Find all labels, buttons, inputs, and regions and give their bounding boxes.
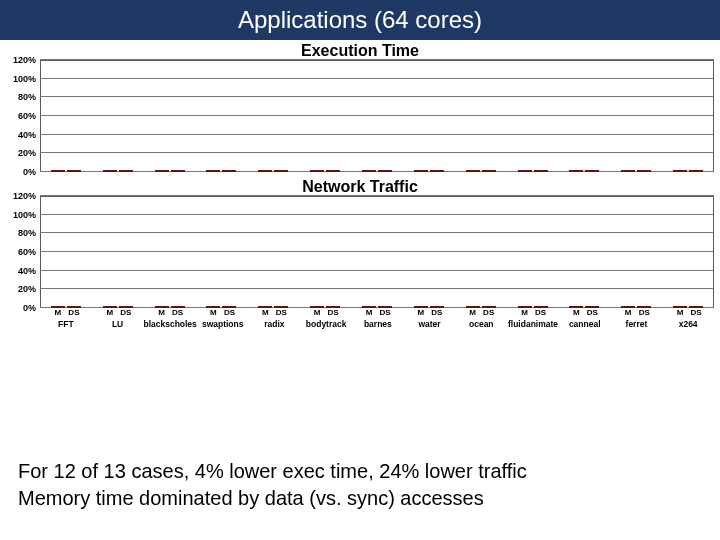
bar-m: [569, 306, 583, 308]
bar-group: [507, 306, 559, 308]
app-label: ocean: [455, 319, 507, 329]
x-label-ds: DS: [637, 308, 651, 317]
bar-ds: [171, 170, 185, 172]
chart1-plot: 0%20%40%60%80%100%120%: [40, 60, 714, 172]
x-label-pair: MDS: [196, 308, 248, 317]
bar-m: [362, 170, 376, 172]
x-label-ds: DS: [119, 308, 133, 317]
bar-m: [51, 170, 65, 172]
x-label-pair: MDS: [299, 308, 351, 317]
app-label: fluidanimate: [507, 319, 559, 329]
x-label-m: M: [206, 308, 220, 317]
bar-ds: [67, 306, 81, 308]
app-label: x264: [662, 319, 714, 329]
bar-ds: [689, 306, 703, 308]
bar-m: [673, 306, 687, 308]
y-tick-label: 0%: [23, 303, 36, 313]
bar-m: [51, 306, 65, 308]
bullet-2: Memory time dominated by data (vs. sync)…: [18, 485, 527, 512]
bar-group: [40, 170, 92, 172]
bar-group: [92, 306, 144, 308]
bar-m: [103, 170, 117, 172]
x-label-ds: DS: [585, 308, 599, 317]
x-axis-series-labels: MDSMDSMDSMDSMDSMDSMDSMDSMDSMDSMDSMDSMDS: [40, 308, 714, 317]
app-label: LU: [92, 319, 144, 329]
y-tick-label: 60%: [18, 111, 36, 121]
x-label-pair: MDS: [662, 308, 714, 317]
bar-m: [206, 306, 220, 308]
x-label-m: M: [155, 308, 169, 317]
x-label-m: M: [51, 308, 65, 317]
bar-ds: [222, 170, 236, 172]
bar-m: [206, 170, 220, 172]
x-label-ds: DS: [689, 308, 703, 317]
bar-m: [518, 306, 532, 308]
bar-ds: [274, 306, 288, 308]
bar-m: [310, 170, 324, 172]
y-tick-label: 120%: [13, 191, 36, 201]
x-label-m: M: [518, 308, 532, 317]
y-tick-label: 80%: [18, 228, 36, 238]
bar-m: [310, 306, 324, 308]
bar-group: [558, 306, 610, 308]
bar-ds: [534, 170, 548, 172]
bar-group: [247, 170, 299, 172]
y-tick-label: 40%: [18, 130, 36, 140]
slide-title: Applications (64 cores): [0, 0, 720, 40]
x-label-pair: MDS: [247, 308, 299, 317]
x-label-ds: DS: [534, 308, 548, 317]
x-label-ds: DS: [378, 308, 392, 317]
y-tick-label: 20%: [18, 148, 36, 158]
bar-group: [299, 306, 351, 308]
bar-group: [558, 170, 610, 172]
bar-ds: [430, 306, 444, 308]
bar-group: [351, 170, 403, 172]
app-label: ferret: [611, 319, 663, 329]
bar-group: [610, 170, 662, 172]
bar-group: [403, 170, 455, 172]
bar-ds: [326, 170, 340, 172]
bar-ds: [482, 170, 496, 172]
bar-group: [610, 306, 662, 308]
y-tick-label: 20%: [18, 284, 36, 294]
bar-group: [507, 170, 559, 172]
bar-ds: [119, 306, 133, 308]
x-label-m: M: [569, 308, 583, 317]
x-label-ds: DS: [326, 308, 340, 317]
bar-group: [662, 170, 714, 172]
bar-group: [144, 170, 196, 172]
x-label-m: M: [362, 308, 376, 317]
bar-ds: [378, 306, 392, 308]
bar-m: [621, 306, 635, 308]
bar-ds: [67, 170, 81, 172]
bar-ds: [274, 170, 288, 172]
bar-group: [455, 306, 507, 308]
bar-ds: [482, 306, 496, 308]
app-label: bodytrack: [300, 319, 352, 329]
bar-m: [621, 170, 635, 172]
bar-group: [299, 170, 351, 172]
y-tick-label: 120%: [13, 55, 36, 65]
chart1-title: Execution Time: [6, 42, 714, 60]
x-label-m: M: [103, 308, 117, 317]
app-label: blackscholes: [143, 319, 196, 329]
x-label-ds: DS: [482, 308, 496, 317]
x-label-pair: MDS: [455, 308, 507, 317]
bar-group: [403, 306, 455, 308]
bar-m: [258, 170, 272, 172]
x-label-ds: DS: [222, 308, 236, 317]
x-axis-app-labels: FFTLUblackscholesswaptionsradixbodytrack…: [40, 319, 714, 329]
x-label-ds: DS: [67, 308, 81, 317]
bar-group: [40, 306, 92, 308]
app-label: barnes: [352, 319, 404, 329]
x-label-m: M: [414, 308, 428, 317]
bar-ds: [637, 170, 651, 172]
bar-m: [466, 170, 480, 172]
y-tick-label: 0%: [23, 167, 36, 177]
bar-group: [144, 306, 196, 308]
bar-group: [247, 306, 299, 308]
bar-m: [518, 170, 532, 172]
bar-group: [92, 170, 144, 172]
x-label-m: M: [673, 308, 687, 317]
x-label-pair: MDS: [558, 308, 610, 317]
